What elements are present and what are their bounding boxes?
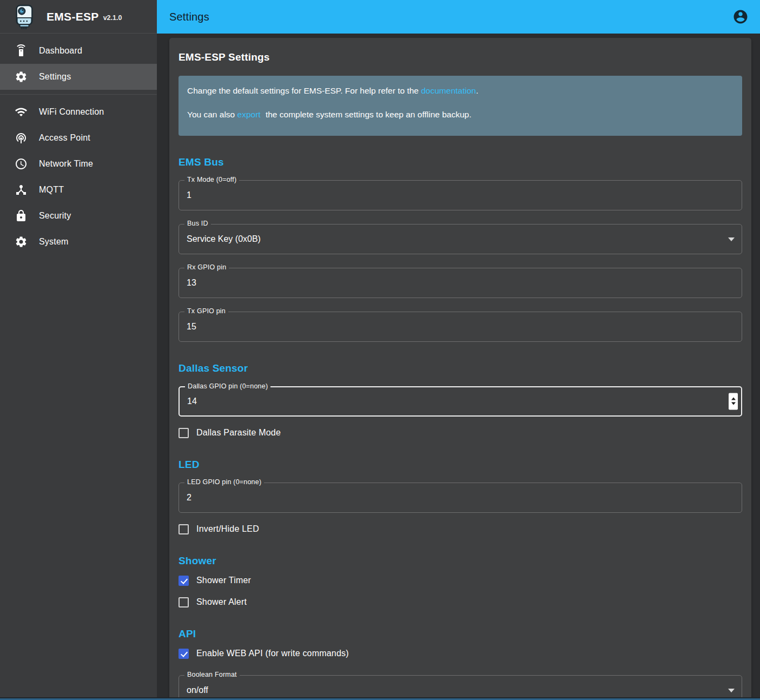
checkbox-icon[interactable]: [179, 597, 189, 607]
wifi-tethering-icon: [15, 131, 28, 144]
stepper-down-icon[interactable]: [731, 402, 736, 405]
settings-card: EMS-ESP Settings Change the default sett…: [169, 38, 751, 700]
dallas-gpio-label: Dallas GPIO pin (0=none): [185, 382, 270, 390]
account-circle-icon[interactable]: [732, 9, 749, 25]
export-link[interactable]: export: [237, 110, 261, 119]
checkbox-label: Invert/Hide LED: [196, 524, 259, 534]
sidebar: EMS-ESP v2.1.0 Dashboard Settings WiFi C…: [0, 0, 157, 700]
dallas-gpio-field: Dallas GPIO pin (0=none): [179, 386, 742, 417]
tx-gpio-field: Tx GPIO pin: [179, 312, 742, 342]
section-heading-ems-bus: EMS Bus: [179, 156, 742, 168]
section-heading-dallas-sensor: Dallas Sensor: [179, 362, 742, 374]
page-title: Settings: [169, 11, 209, 23]
checkbox-label: Dallas Parasite Mode: [196, 428, 281, 438]
clock-icon: [15, 157, 28, 170]
app-brand: EMS-ESP v2.1.0: [0, 0, 157, 34]
sidebar-item-mqtt[interactable]: MQTT: [0, 177, 157, 203]
checkbox-label: Shower Timer: [196, 576, 251, 585]
sidebar-item-label: Settings: [39, 72, 71, 82]
rx-gpio-label: Rx GPIO pin: [184, 263, 229, 271]
tx-gpio-label: Tx GPIO pin: [184, 307, 228, 315]
info-box: Change the default settings for EMS-ESP.…: [179, 76, 742, 136]
invert-led-checkbox[interactable]: Invert/Hide LED: [179, 524, 742, 534]
chevron-down-icon: [728, 689, 735, 692]
sidebar-item-label: Network Time: [39, 159, 93, 169]
main-content: EMS-ESP Settings Change the default sett…: [157, 34, 760, 700]
boolean-format-value: on/off: [187, 685, 208, 695]
bus-id-select[interactable]: Bus ID Service Key (0x0B): [179, 224, 742, 254]
enable-web-api-checkbox[interactable]: Enable WEB API (for write commands): [179, 649, 742, 659]
led-gpio-field: LED GPIO pin (0=none): [179, 483, 742, 513]
app-version: v2.1.0: [103, 11, 122, 22]
sidebar-item-settings[interactable]: Settings: [0, 64, 157, 90]
shower-timer-checkbox[interactable]: Shower Timer: [179, 576, 742, 586]
documentation-link[interactable]: documentation: [421, 86, 476, 95]
sidebar-item-label: Dashboard: [39, 46, 82, 56]
app-name: EMS-ESP: [47, 10, 99, 23]
app-bar: Settings: [157, 0, 760, 34]
rx-gpio-input[interactable]: [179, 268, 742, 298]
shower-alert-checkbox[interactable]: Shower Alert: [179, 597, 742, 607]
sidebar-item-network-time[interactable]: Network Time: [0, 151, 157, 177]
rx-gpio-field: Rx GPIO pin: [179, 268, 742, 298]
dallas-gpio-input[interactable]: [180, 387, 741, 415]
tx-mode-input[interactable]: [179, 181, 742, 210]
checkbox-icon[interactable]: [179, 428, 189, 438]
boiler-logo-icon: [13, 4, 36, 30]
sidebar-item-label: System: [39, 237, 69, 247]
sidebar-item-system[interactable]: System: [0, 229, 157, 255]
tx-gpio-input[interactable]: [179, 312, 742, 341]
sidebar-item-label: Security: [39, 211, 71, 221]
boolean-format-label: Boolean Format: [184, 671, 240, 678]
remote-icon: [15, 44, 28, 57]
boolean-format-select[interactable]: Boolean Format on/off: [179, 675, 742, 700]
checkbox-icon[interactable]: [179, 524, 189, 534]
bottom-divider: [0, 697, 760, 700]
chevron-down-icon: [728, 237, 735, 241]
sidebar-item-wifi-connection[interactable]: WiFi Connection: [0, 99, 157, 125]
section-heading-led: LED: [179, 459, 742, 471]
sidebar-item-label: MQTT: [39, 185, 64, 195]
number-stepper[interactable]: [729, 393, 738, 410]
wifi-icon: [15, 105, 28, 118]
stepper-up-icon[interactable]: [731, 398, 736, 400]
section-heading-api: API: [179, 628, 742, 640]
lock-icon: [15, 209, 28, 222]
sidebar-item-dashboard[interactable]: Dashboard: [0, 38, 157, 64]
sidebar-item-access-point[interactable]: Access Point: [0, 125, 157, 151]
checkbox-label: Enable WEB API (for write commands): [196, 649, 349, 658]
bus-id-label: Bus ID: [184, 220, 211, 227]
checkbox-icon[interactable]: [179, 576, 189, 586]
device-hub-icon: [15, 183, 28, 196]
tx-mode-label: Tx Mode (0=off): [184, 176, 239, 183]
sidebar-item-security[interactable]: Security: [0, 203, 157, 229]
checkbox-icon[interactable]: [179, 649, 189, 659]
info-line-1: Change the default settings for EMS-ESP.…: [187, 85, 733, 97]
sidebar-item-label: WiFi Connection: [39, 107, 104, 117]
info-line-2: You can also export the complete system …: [187, 109, 733, 121]
dallas-parasite-checkbox[interactable]: Dallas Parasite Mode: [179, 428, 742, 438]
led-gpio-label: LED GPIO pin (0=none): [184, 478, 264, 486]
tx-mode-field: Tx Mode (0=off): [179, 180, 742, 210]
sidebar-item-label: Access Point: [39, 133, 90, 143]
gear-icon: [15, 235, 28, 248]
card-title: EMS-ESP Settings: [179, 51, 742, 63]
led-gpio-input[interactable]: [179, 483, 742, 512]
gear-icon: [15, 70, 28, 83]
checkbox-label: Shower Alert: [196, 597, 247, 607]
section-heading-shower: Shower: [179, 555, 742, 567]
bus-id-value: Service Key (0x0B): [187, 234, 261, 244]
